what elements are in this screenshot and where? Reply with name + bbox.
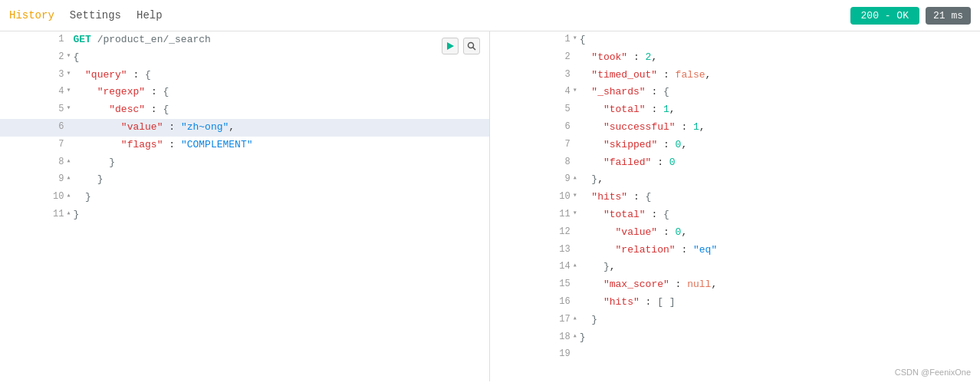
line-number: 18 [490, 329, 571, 347]
code-content[interactable]: GET /product_en/_search [73, 31, 489, 49]
table-row: 18 ▴ } [490, 329, 980, 347]
response-code-area: 1 ▾ { 2 "took" : 2, 3 "timed_out" : fals… [490, 31, 980, 381]
code-content[interactable]: } [73, 171, 489, 189]
code-content[interactable] [580, 346, 980, 362]
fold-toggle[interactable] [64, 137, 73, 154]
nav-history[interactable]: History [9, 6, 54, 25]
code-content[interactable]: "successful" : 1, [580, 119, 980, 137]
line-number: 17 [490, 312, 571, 329]
code-content[interactable]: } [580, 312, 980, 329]
nav-help[interactable]: Help [136, 6, 163, 25]
fold-toggle[interactable] [571, 154, 580, 172]
fold-toggle[interactable] [64, 31, 73, 49]
line-number: 3 [0, 67, 64, 84]
line-number: 11 [0, 206, 64, 224]
fold-toggle[interactable]: ▴ [64, 154, 73, 172]
fold-toggle[interactable] [571, 294, 580, 312]
code-content[interactable]: "query" : { [73, 67, 489, 84]
line-number: 9 [490, 171, 571, 189]
code-content[interactable]: "timed_out" : false, [580, 67, 980, 84]
fold-toggle[interactable] [64, 119, 73, 137]
request-panel: 1 GET /product_en/_search 2 ▾ { 3 ▾ "que… [0, 31, 490, 381]
table-row: 5 ▾ "desc" : { [0, 101, 489, 119]
code-content[interactable]: "failed" : 0 [580, 154, 980, 172]
code-content[interactable]: "value" : "zh~ong", [73, 119, 489, 137]
table-row: 1 ▾ { [490, 31, 980, 49]
code-content[interactable]: "took" : 2, [580, 49, 980, 67]
code-content[interactable]: "total" : { [580, 206, 980, 224]
code-content[interactable]: "skipped" : 0, [580, 137, 980, 154]
request-code-area: 1 GET /product_en/_search 2 ▾ { 3 ▾ "que… [0, 31, 489, 224]
fold-toggle[interactable] [571, 101, 580, 119]
fold-toggle[interactable]: ▴ [571, 312, 580, 329]
main-content: 1 GET /product_en/_search 2 ▾ { 3 ▾ "que… [0, 31, 980, 381]
code-content[interactable]: } [580, 329, 980, 347]
line-number: 1 [0, 31, 64, 49]
fold-toggle[interactable]: ▴ [64, 171, 73, 189]
code-content[interactable]: "relation" : "eq" [580, 242, 980, 259]
toolbar-icons [442, 38, 480, 54]
code-content[interactable]: } [73, 206, 489, 224]
code-content[interactable]: }, [580, 259, 980, 276]
code-content[interactable]: "_shards" : { [580, 84, 980, 101]
fold-toggle[interactable]: ▾ [571, 206, 580, 224]
code-content[interactable]: } [73, 154, 489, 172]
fold-toggle[interactable] [571, 137, 580, 154]
line-number: 2 [490, 49, 571, 67]
fold-toggle[interactable]: ▴ [571, 259, 580, 276]
fold-toggle[interactable]: ▾ [64, 101, 73, 119]
table-row: 14 ▴ }, [490, 259, 980, 276]
fold-toggle[interactable]: ▾ [64, 67, 73, 84]
code-content[interactable]: "desc" : { [73, 101, 489, 119]
line-number: 1 [490, 31, 571, 49]
fold-toggle[interactable] [571, 276, 580, 294]
line-number: 3 [490, 67, 571, 84]
code-content[interactable]: "hits" : { [580, 189, 980, 206]
fold-toggle[interactable] [571, 346, 580, 362]
code-content[interactable]: }, [580, 171, 980, 189]
table-row: 11 ▾ "total" : { [490, 206, 980, 224]
run-button[interactable] [442, 38, 459, 54]
line-number: 12 [490, 224, 571, 242]
fold-toggle[interactable]: ▾ [64, 84, 73, 101]
table-row: 2 ▾ { [0, 49, 489, 67]
code-content[interactable]: "max_score" : null, [580, 276, 980, 294]
code-content[interactable]: "total" : 1, [580, 101, 980, 119]
fold-toggle[interactable] [571, 49, 580, 67]
fold-toggle[interactable]: ▴ [571, 171, 580, 189]
time-badge: 21 ms [926, 7, 971, 25]
code-content[interactable]: "flags" : "COMPLEMENT" [73, 137, 489, 154]
table-row: 6 "successful" : 1, [490, 119, 980, 137]
line-number: 10 [490, 189, 571, 206]
line-number: 14 [490, 259, 571, 276]
fold-toggle[interactable]: ▾ [571, 84, 580, 101]
table-row: 10 ▴ } [0, 189, 489, 206]
line-number: 7 [0, 137, 64, 154]
fold-toggle[interactable]: ▴ [571, 329, 580, 347]
code-content[interactable]: { [580, 31, 980, 49]
line-number: 5 [490, 101, 571, 119]
fold-toggle[interactable] [571, 67, 580, 84]
app-container: History Settings Help 200 - OK 21 ms [0, 0, 980, 381]
code-content[interactable]: "hits" : [ ] [580, 294, 980, 312]
table-row: 10 ▾ "hits" : { [490, 189, 980, 206]
fold-toggle[interactable]: ▾ [571, 189, 580, 206]
fold-toggle[interactable]: ▴ [64, 206, 73, 224]
table-row: 7 "skipped" : 0, [490, 137, 980, 154]
code-content[interactable]: "regexp" : { [73, 84, 489, 101]
nav-settings[interactable]: Settings [70, 6, 121, 25]
fold-toggle[interactable]: ▾ [571, 31, 580, 49]
fold-toggle[interactable] [571, 224, 580, 242]
table-row: 7 "flags" : "COMPLEMENT" [0, 137, 489, 154]
table-row: 9 ▴ }, [490, 171, 980, 189]
search-icon[interactable] [463, 38, 480, 54]
watermark: CSDN @FeenixOne [490, 363, 980, 381]
fold-toggle[interactable]: ▴ [64, 189, 73, 206]
table-row: 4 ▾ "_shards" : { [490, 84, 980, 101]
fold-toggle[interactable] [571, 119, 580, 137]
code-content[interactable]: "value" : 0, [580, 224, 980, 242]
fold-toggle[interactable]: ▾ [64, 49, 73, 67]
code-content[interactable]: { [73, 49, 489, 67]
fold-toggle[interactable] [571, 242, 580, 259]
code-content[interactable]: } [73, 189, 489, 206]
